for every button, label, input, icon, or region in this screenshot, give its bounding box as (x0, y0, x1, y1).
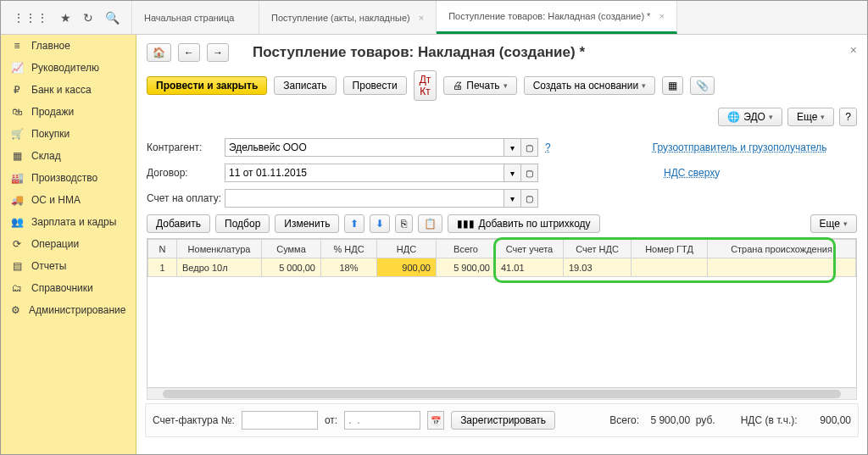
move-up-button[interactable]: ⬆ (344, 214, 364, 233)
contractor-label: Контрагент: (147, 141, 225, 153)
sidebar-item-0[interactable]: ≡Главное (1, 35, 136, 57)
sidebar-item-10[interactable]: ▤Отчеты (1, 255, 136, 277)
sidebar-item-12[interactable]: ⚙Администрирование (1, 299, 136, 321)
sidebar-item-3[interactable]: 🛍Продажи (1, 101, 136, 123)
sidebar-icon: ▤ (11, 260, 23, 272)
tab-close-icon[interactable]: × (659, 11, 664, 21)
home-button[interactable]: 🏠 (147, 43, 171, 62)
edit-row-button[interactable]: Изменить (275, 214, 339, 233)
invoice-input[interactable] (225, 189, 504, 208)
contractor-open-icon[interactable]: ▢ (521, 138, 538, 157)
invoice-open-icon[interactable]: ▢ (521, 189, 538, 208)
sidebar-icon: 👥 (11, 216, 23, 228)
pick-button[interactable]: Подбор (215, 214, 270, 233)
contract-dropdown-icon[interactable]: ▾ (504, 164, 521, 182)
register-button[interactable]: Зарегистрировать (451, 411, 555, 430)
column-header[interactable]: НДС (377, 240, 437, 258)
invoice-label: Счет на оплату: (147, 192, 225, 204)
tab-close-icon[interactable]: × (419, 13, 424, 23)
help-button[interactable]: ? (839, 108, 857, 126)
contractor-dropdown-icon[interactable]: ▾ (504, 138, 521, 157)
vat-note-label: НДС (в т.ч.): (741, 414, 798, 426)
sidebar-icon: ▦ (11, 150, 23, 162)
forward-button[interactable]: → (207, 43, 229, 62)
save-button[interactable]: Записать (274, 76, 336, 95)
column-header[interactable]: N (148, 240, 177, 258)
column-header[interactable]: Счет учета (496, 240, 564, 258)
search-icon[interactable]: 🔍 (105, 11, 120, 25)
shipper-link[interactable]: Грузоотправитель и грузополучатель (653, 141, 827, 153)
invoice-dropdown-icon[interactable]: ▾ (504, 189, 521, 208)
sidebar-icon: 📈 (11, 62, 23, 74)
barcode-button[interactable]: ▮▮▮ Добавить по штрихкоду (448, 214, 599, 233)
sidebar-icon: 🗂 (11, 282, 23, 294)
history-icon[interactable]: ↻ (83, 11, 93, 25)
create-based-button[interactable]: Создать на основании (524, 76, 656, 95)
vat-note-value: 900,00 (820, 414, 851, 426)
contract-open-icon[interactable]: ▢ (521, 164, 538, 182)
sidebar-item-1[interactable]: 📈Руководителю (1, 57, 136, 79)
add-row-button[interactable]: Добавить (147, 214, 210, 233)
column-header[interactable]: Счет НДС (564, 240, 632, 258)
post-button[interactable]: Провести (343, 76, 407, 95)
tab-0[interactable]: Начальная страница (132, 1, 259, 34)
sidebar-item-11[interactable]: 🗂Справочники (1, 277, 136, 299)
sidebar-item-5[interactable]: ▦Склад (1, 145, 136, 167)
vat-link[interactable]: НДС сверху (664, 167, 720, 179)
contractor-help-icon[interactable]: ? (545, 141, 551, 153)
invoice-no-label: Счет-фактура №: (153, 414, 235, 426)
copy-button[interactable]: ⎘ (395, 214, 413, 233)
attach-button[interactable]: 📎 (690, 76, 715, 95)
contractor-input[interactable] (225, 138, 504, 157)
sidebar-item-4[interactable]: 🛒Покупки (1, 123, 136, 145)
sidebar-item-8[interactable]: 👥Зарплата и кадры (1, 211, 136, 233)
contract-input[interactable] (225, 164, 504, 182)
invoice-date-input[interactable] (344, 411, 420, 430)
move-down-button[interactable]: ⬇ (370, 214, 390, 233)
total-label: Всего: (609, 414, 639, 426)
column-header[interactable]: Всего (437, 240, 496, 258)
total-value: 5 900,00 (650, 414, 690, 426)
date-picker-icon[interactable]: 📅 (427, 411, 444, 430)
sidebar-icon: ≡ (11, 40, 23, 52)
sidebar-icon: ⟳ (11, 238, 23, 250)
star-icon[interactable]: ★ (60, 11, 71, 25)
column-header[interactable]: Страна происхождения (708, 240, 856, 258)
table-row[interactable]: 1Ведро 10л5 000,0018%900,005 900,0041.01… (148, 258, 856, 277)
sidebar-icon: 🛍 (11, 106, 23, 118)
from-label: от: (325, 414, 337, 426)
sidebar-item-2[interactable]: ₽Банк и касса (1, 79, 136, 101)
horizontal-scrollbar[interactable] (147, 388, 857, 400)
sidebar-icon: ₽ (11, 84, 23, 96)
close-icon[interactable]: × (850, 43, 857, 57)
column-header[interactable]: Номенклатура (177, 240, 262, 258)
dtkt-button[interactable]: ДтКт (414, 70, 437, 101)
paste-button[interactable]: 📋 (418, 214, 442, 233)
column-header[interactable]: Номер ГТД (632, 240, 708, 258)
invoice-no-input[interactable] (242, 411, 318, 430)
currency: руб. (696, 414, 715, 426)
sidebar-icon: 🏭 (11, 172, 23, 184)
print-button[interactable]: 🖨 Печать (443, 76, 516, 95)
sidebar-icon: ⚙ (11, 304, 20, 316)
sidebar-item-9[interactable]: ⟳Операции (1, 233, 136, 255)
column-header[interactable]: Сумма (262, 240, 321, 258)
contract-label: Договор: (147, 167, 225, 179)
scan-button[interactable]: ▦ (662, 76, 683, 95)
sidebar-item-7[interactable]: 🚚ОС и НМА (1, 189, 136, 211)
more-button[interactable]: Еще (787, 108, 834, 126)
post-and-close-button[interactable]: Провести и закрыть (147, 76, 267, 95)
back-button[interactable]: ← (178, 43, 200, 62)
apps-icon[interactable]: ⋮⋮⋮ (13, 11, 48, 25)
edo-button[interactable]: 🌐 ЭДО (718, 108, 782, 126)
tab-2[interactable]: Поступление товаров: Накладная (создание… (437, 1, 677, 34)
sidebar-icon: 🛒 (11, 128, 23, 140)
sidebar-icon: 🚚 (11, 194, 23, 206)
sidebar-item-6[interactable]: 🏭Производство (1, 167, 136, 189)
table-more-button[interactable]: Еще (810, 214, 857, 233)
items-table[interactable]: NНоменклатураСумма% НДСНДСВсегоСчет учет… (147, 238, 857, 388)
page-title: Поступление товаров: Накладная (создание… (253, 44, 585, 61)
column-header[interactable]: % НДС (321, 240, 377, 258)
tab-1[interactable]: Поступление (акты, накладные)× (259, 1, 437, 34)
